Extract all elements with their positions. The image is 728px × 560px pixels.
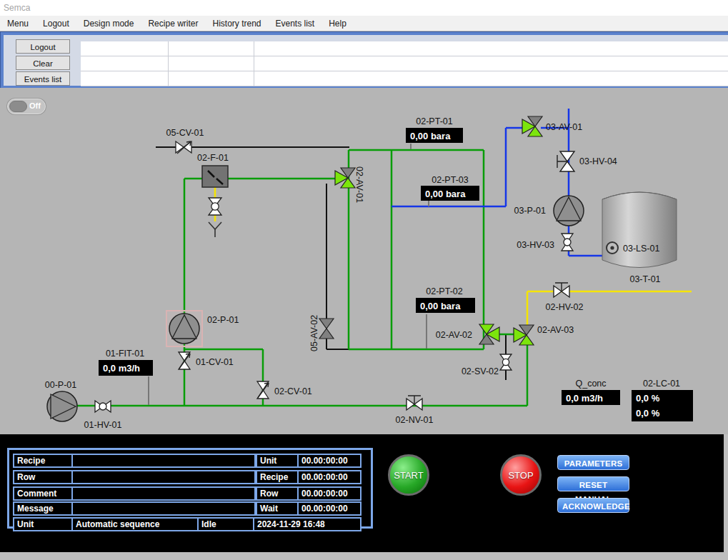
filter-02-F-01-icon xyxy=(202,166,228,187)
unit-state: Idle xyxy=(197,517,256,531)
readout-02-LC-01: 02-LC-01 0,0 % 0,0 % xyxy=(632,379,693,421)
label-03-P-01: 03-P-01 xyxy=(514,206,547,216)
parameters-button[interactable]: PARAMETERS xyxy=(557,455,629,470)
alarm-panel: Logout Clear alarms Events list xyxy=(1,32,728,89)
value-02-PT-02: 0,00 bara xyxy=(420,301,461,311)
menu-item-events-list[interactable]: Events list xyxy=(269,19,322,29)
piping-diagram-svg: 05-CV-01 02-F-01 02-AV-01 03-AV-01 03-HV… xyxy=(0,88,728,434)
label-00-P-01: 00-P-01 xyxy=(45,380,77,390)
timer-unit-value: 00.00:00:00 xyxy=(297,454,361,468)
label-01-CV-01: 01-CV-01 xyxy=(196,357,234,367)
tank-03-T-01 xyxy=(602,192,677,268)
clear-alarms-button[interactable]: Clear alarms xyxy=(16,56,70,70)
timer-wait-label: Wait xyxy=(256,501,301,516)
value-02-LC-01-a: 0,0 % xyxy=(636,393,660,404)
valve-05-AV-02[interactable] xyxy=(319,319,334,339)
unit-mode: Automatic sequence xyxy=(71,517,199,531)
label-02-PT-03: 02-PT-03 xyxy=(432,175,468,185)
menu-item-logout[interactable]: Logout xyxy=(36,19,76,29)
label-02-NV-01: 02-NV-01 xyxy=(396,415,434,425)
drain-funnel-icon xyxy=(209,222,221,237)
acknowledge-button[interactable]: ACKNOWLEDGE xyxy=(557,498,629,513)
alarm-row[interactable] xyxy=(81,71,728,86)
menu-item-recipe-writer[interactable]: Recipe writer xyxy=(141,19,205,29)
value-Q-conc: 0,0 m3/h xyxy=(566,393,603,404)
value-02-PT-01: 0,00 bara xyxy=(410,131,451,141)
comment-value xyxy=(71,486,256,501)
pump-02-P-01[interactable] xyxy=(166,311,202,346)
alarm-column-divider xyxy=(168,41,169,86)
reset-manual-button[interactable]: RESET MANUAL xyxy=(557,476,629,491)
transmitter-02-PT-03: 02-PT-03 0,00 bara xyxy=(421,175,479,201)
label-02-SV-02: 02-SV-02 xyxy=(462,366,499,376)
drain-valve-icon xyxy=(209,198,221,215)
control-panel: Recipe Row Comment Message Unit 00.00:00… xyxy=(0,434,724,552)
alarm-column-divider xyxy=(254,41,254,86)
valve-02-AV-01[interactable] xyxy=(335,168,355,188)
pump-00-P-01[interactable] xyxy=(47,391,77,421)
timer-recipe-value: 00.00:00:00 xyxy=(297,470,361,484)
label-03-HV-04: 03-HV-04 xyxy=(579,156,617,166)
valve-02-HV-02 xyxy=(554,283,569,297)
row-label: Row xyxy=(13,470,74,484)
recipe-value xyxy=(71,454,256,468)
title-bar: Semca xyxy=(0,0,728,16)
row-value xyxy=(71,470,256,484)
timer-row-label: Row xyxy=(256,486,301,501)
toggle-knob-icon xyxy=(9,101,27,112)
valve-05-CV-01[interactable] xyxy=(176,141,191,154)
alarm-list xyxy=(81,41,728,86)
label-01-HV-01: 01-HV-01 xyxy=(84,420,122,430)
semca-window: Semca Menu Logout Design mode Recipe wri… xyxy=(0,0,728,560)
logout-button[interactable]: Logout xyxy=(16,39,70,54)
valve-03-HV-04 xyxy=(557,151,574,171)
timer-wait-value: 00.00:00:00 xyxy=(297,501,361,516)
message-value xyxy=(71,501,256,516)
valve-02-AV-02[interactable] xyxy=(479,324,499,344)
valve-02-SV-02[interactable] xyxy=(500,354,512,370)
window-title: Semca xyxy=(4,3,30,13)
stop-button[interactable]: STOP xyxy=(500,454,542,496)
value-01-FIT-01: 0,0 m3/h xyxy=(103,363,140,374)
valve-02-CV-01[interactable] xyxy=(257,381,269,399)
timer-recipe-label: Recipe xyxy=(256,470,301,484)
comment-label: Comment xyxy=(13,486,74,501)
sequence-status-box: Recipe Row Comment Message Unit 00.00:00… xyxy=(7,448,373,529)
valve-02-AV-03[interactable] xyxy=(514,325,534,345)
instrument-connectors xyxy=(149,144,429,405)
menu-item-history-trend[interactable]: History trend xyxy=(205,19,268,29)
transmitter-02-PT-01: 02-PT-01 0,00 bara xyxy=(406,116,463,143)
recipe-label: Recipe xyxy=(13,454,74,468)
valve-03-HV-03 xyxy=(562,234,573,251)
label-01-FIT-01: 01-FIT-01 xyxy=(106,349,144,359)
start-button[interactable]: START xyxy=(388,454,429,496)
level-switch-03-LS-01-icon xyxy=(607,242,618,254)
menu-item-help[interactable]: Help xyxy=(321,19,354,29)
valve-01-CV-01[interactable] xyxy=(179,352,190,369)
transmitter-01-FIT-01: 01-FIT-01 0,0 m3/h xyxy=(99,349,153,376)
value-02-PT-03: 0,00 bara xyxy=(425,189,466,199)
mode-toggle[interactable]: Off xyxy=(7,99,46,114)
alarm-row[interactable] xyxy=(81,56,728,71)
menu-item-menu[interactable]: Menu xyxy=(0,19,36,29)
unit-label: Unit xyxy=(13,517,74,531)
label-02-AV-02: 02-AV-02 xyxy=(436,330,472,340)
label-02-CV-01: 02-CV-01 xyxy=(274,386,312,396)
menu-item-design-mode[interactable]: Design mode xyxy=(76,19,141,29)
events-list-button[interactable]: Events list xyxy=(16,71,70,86)
label-02-LC-01: 02-LC-01 xyxy=(643,379,680,389)
valve-01-HV-01 xyxy=(95,401,111,412)
label-02-P-01: 02-P-01 xyxy=(207,315,239,325)
label-03-HV-03: 03-HV-03 xyxy=(517,240,554,250)
timer-unit-label: Unit xyxy=(256,454,301,468)
valve-03-AV-01[interactable] xyxy=(522,116,542,136)
label-02-AV-03: 02-AV-03 xyxy=(537,325,574,335)
label-03-AV-01: 03-AV-01 xyxy=(546,122,582,132)
label-03-T-01: 03-T-01 xyxy=(629,274,660,284)
toggle-label: Off xyxy=(29,101,41,110)
label-02-PT-01: 02-PT-01 xyxy=(416,116,452,126)
label-02-PT-02: 02-PT-02 xyxy=(426,286,462,296)
label-02-F-01: 02-F-01 xyxy=(197,153,229,163)
alarm-row[interactable] xyxy=(81,41,728,56)
pump-03-P-01[interactable] xyxy=(554,196,584,226)
